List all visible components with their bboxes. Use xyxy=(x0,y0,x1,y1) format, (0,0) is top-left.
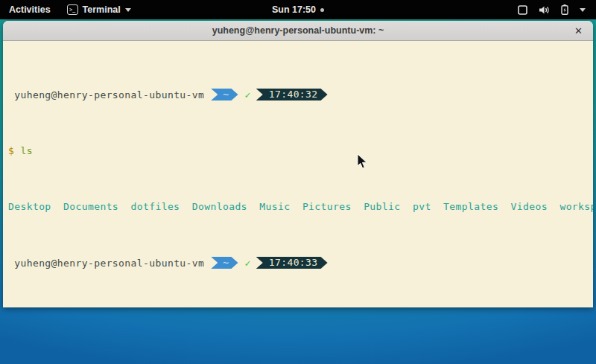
command-text: ls xyxy=(20,145,32,156)
notification-dot-icon xyxy=(320,8,324,12)
prompt-dollar: $ xyxy=(8,145,14,156)
prompt-line-2: yuheng@henry-personal-ubuntu-vm ~ ✓ 17:4… xyxy=(8,257,593,269)
ls-output: Desktop Documents dotfiles Downloads Mus… xyxy=(8,201,593,212)
prompt-path-segment: ~ xyxy=(211,257,238,269)
prompt-user: yuheng@henry-personal-ubuntu-vm xyxy=(8,89,204,100)
prompt-time-segment: 17:40:32 xyxy=(256,89,328,100)
terminal-content[interactable]: yuheng@henry-personal-ubuntu-vm ~ ✓ 17:4… xyxy=(3,41,593,307)
prompt-path-segment: ~ xyxy=(211,89,238,100)
clock-label[interactable]: Sun 17:50 xyxy=(272,4,316,15)
system-status-area[interactable] xyxy=(518,0,596,19)
checkmark-icon: ✓ xyxy=(245,258,251,269)
chevron-down-icon xyxy=(580,8,586,12)
app-menu-label: Terminal xyxy=(83,4,121,15)
prompt-user: yuheng@henry-personal-ubuntu-vm xyxy=(8,258,204,269)
checkmark-icon: ✓ xyxy=(245,89,251,100)
screen: Activities >_ Terminal Sun 17:50 xyxy=(0,0,596,364)
app-menu-terminal[interactable]: >_ Terminal xyxy=(60,0,139,19)
screen-icon xyxy=(518,5,527,15)
close-button[interactable]: ✕ xyxy=(574,21,583,41)
activities-button[interactable]: Activities xyxy=(0,0,60,19)
prompt-line-1: yuheng@henry-personal-ubuntu-vm ~ ✓ 17:4… xyxy=(8,89,593,100)
battery-charging-icon xyxy=(561,4,568,15)
terminal-app-icon: >_ xyxy=(67,4,78,15)
window-title: yuheng@henry-personal-ubuntu-vm: ~ xyxy=(212,25,384,36)
gnome-top-bar: Activities >_ Terminal Sun 17:50 xyxy=(0,0,596,19)
window-titlebar[interactable]: yuheng@henry-personal-ubuntu-vm: ~ ✕ xyxy=(3,21,593,41)
terminal-window: yuheng@henry-personal-ubuntu-vm: ~ ✕ yuh… xyxy=(3,21,593,307)
volume-icon xyxy=(539,5,550,15)
prompt-time-segment: 17:40:33 xyxy=(256,257,328,269)
chevron-down-icon xyxy=(125,8,131,12)
command-line: $ ls xyxy=(8,145,593,156)
